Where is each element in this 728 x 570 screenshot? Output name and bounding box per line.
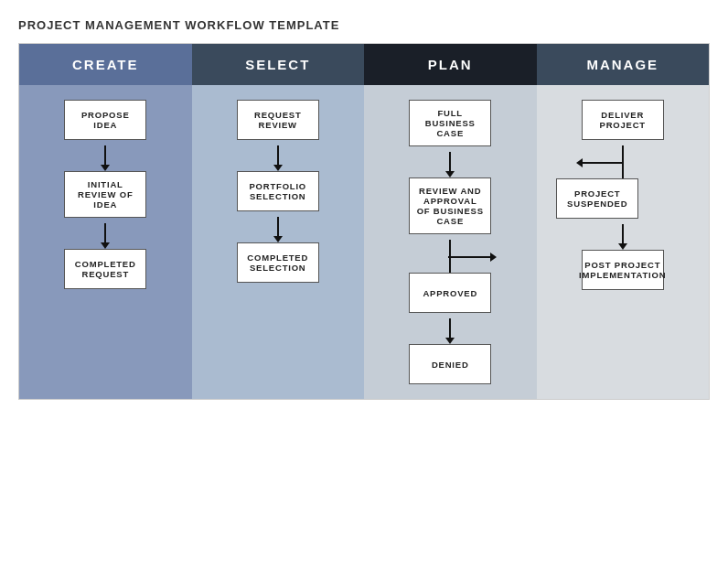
arrow-down-3 bbox=[277, 145, 279, 166]
arrow-down-4 bbox=[277, 217, 279, 237]
arrow-down-5 bbox=[449, 152, 451, 172]
node-completed-request: COMPLETED REQUEST bbox=[64, 249, 146, 289]
node-post-project: POST PROJECT IMPLEMENTATION bbox=[582, 250, 664, 290]
node-request-review: REQUEST REVIEW bbox=[237, 100, 319, 140]
node-review-approval: REVIEW AND APPROVAL OF BUSINESS CASE bbox=[409, 177, 491, 234]
column-create: CREATE PROPOSE IDEA INITIAL REVIEW OF ID… bbox=[19, 44, 192, 399]
node-full-business-case: FULL BUSINESS CASE bbox=[409, 100, 491, 146]
column-plan: PLAN FULL BUSINESS CASE REVIEW AND APPRO… bbox=[364, 44, 537, 399]
header-manage: MANAGE bbox=[537, 44, 710, 85]
column-manage: MANAGE DELIVER PROJECT PROJECT SUSPENDED bbox=[537, 44, 710, 399]
arrow-down-6 bbox=[449, 318, 451, 339]
node-approved: APPROVED bbox=[409, 273, 491, 313]
column-select: SELECT REQUEST REVIEW PORTFOLIO SELECTIO… bbox=[192, 44, 365, 399]
node-completed-selection: COMPLETED SELECTION bbox=[237, 242, 319, 283]
header-select: SELECT bbox=[192, 44, 365, 85]
node-project-suspended: PROJECT SUSPENDED bbox=[556, 178, 638, 219]
arrow-down-1 bbox=[104, 145, 106, 166]
node-initial-review: INITIAL REVIEW OF IDEA bbox=[64, 171, 146, 218]
node-propose-idea: PROPOSE IDEA bbox=[64, 100, 146, 140]
node-portfolio-selection: PORTFOLIO SELECTION bbox=[237, 171, 319, 211]
node-denied: DENIED bbox=[409, 344, 491, 384]
header-plan: PLAN bbox=[364, 44, 537, 85]
workflow-container: CREATE PROPOSE IDEA INITIAL REVIEW OF ID… bbox=[18, 43, 710, 400]
node-deliver-project: DELIVER PROJECT bbox=[582, 100, 664, 140]
arrow-down-2 bbox=[104, 223, 106, 243]
header-create: CREATE bbox=[19, 44, 192, 85]
page-title: PROJECT MANAGEMENT WORKFLOW TEMPLATE bbox=[18, 18, 710, 32]
